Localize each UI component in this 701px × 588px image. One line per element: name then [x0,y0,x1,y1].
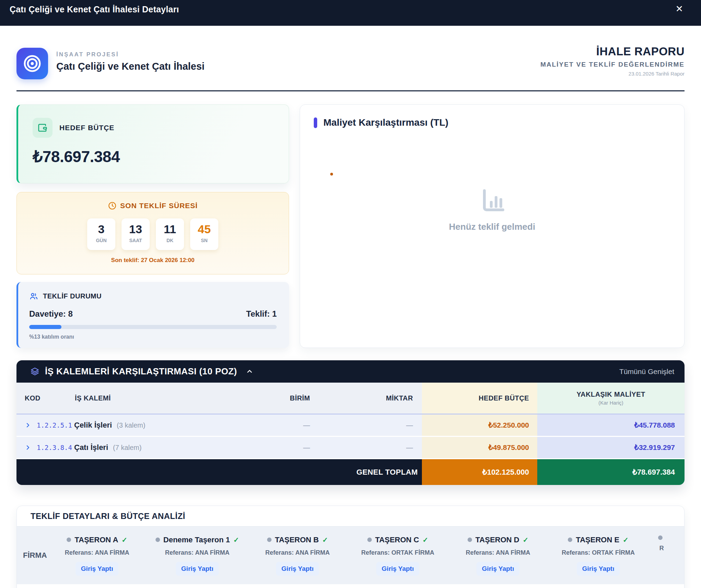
countdown-value: 13 [122,223,150,236]
firm-referans: Referans: ORTAK FİRMA [348,549,448,556]
row-yaklasik-value: ₺45.778.088 [537,415,685,436]
firm-column: TAŞERON B ✓ Referans: ANA FİRMA Giriş Ya… [248,535,348,576]
countdown-box: 45 SN [190,218,218,250]
deadline-note: Son teklif: 27 Ocak 2026 12:00 [17,257,289,264]
countdown-unit: SAAT [122,238,150,243]
row-code: 1.2.2.5.1 [37,421,71,429]
target-budget-card: HEDEF BÜTÇE ₺78.697.384 [16,104,289,183]
countdown-box: 13 SAAT [122,218,150,250]
offer-details-section: TEKLİF DETAYLARI & BÜTÇE ANALİZİ FİRMA T… [16,506,685,588]
countdown-box: 11 DK [156,218,184,250]
work-items-table: İŞ KALEMLERİ KARŞILAŞTIRMASI (10 POZ) Tü… [16,360,685,485]
table-title: İŞ KALEMLERİ KARŞILAŞTIRMASI (10 POZ) [45,366,237,377]
offer-status-card: TEKLİF DURUMU Davetiye: 8 Teklif: 1 %13 … [16,282,289,348]
check-icon: ✓ [623,536,629,544]
firm-column: Deneme Taşeron 1 ✓ Referans: ANA FİRMA G… [147,535,248,576]
col-yaklasik-sub: (Kar Hariç) [598,400,623,406]
chart-title: Maliyet Karşılaştırması (TL) [323,117,448,128]
check-icon: ✓ [322,536,328,544]
col-is-kalemi: İŞ KALEMİ [75,394,111,402]
firm-name: TAŞERON E [576,535,619,544]
offer-count: Teklif: 1 [246,309,277,319]
firm-dot-icon [367,538,372,542]
firm-dot-icon [267,538,272,542]
table-row[interactable]: 1.2.3.8.4 Çatı İşleri (7 kalem) — — ₺49.… [16,437,685,458]
firm-referans: R [648,545,685,552]
countdown-unit: SN [190,238,218,243]
firm-status-badge: Giriş Yaptı [577,562,620,576]
project-label: İNŞAAT PROJESİ [56,51,205,58]
firm-dot-icon [156,538,160,542]
wallet-icon [33,118,53,138]
modal-titlebar: Çatı Çeliği ve Kenet Çatı İhalesi Detayl… [0,0,701,26]
title-accent-bar [314,117,317,128]
table-column-headers: KOD İŞ KALEMİ BİRİM MİKTAR HEDEF BÜTÇE Y… [16,383,685,414]
firm-name: Deneme Taşeron 1 [163,535,230,544]
firm-row-label: FİRMA [23,551,47,560]
legend-dot [330,173,333,176]
table-row[interactable]: 1.2.2.5.1 Çelik İşleri (3 kalem) — — ₺52… [16,415,685,436]
users-icon [29,292,38,301]
row-miktar: — [319,415,422,436]
firm-column: TAŞERON E ✓ Referans: ORTAK FİRMA Giriş … [548,535,648,576]
firm-referans: Referans: ANA FİRMA [248,549,348,556]
row-birim: — [240,415,319,436]
grand-total-label: GENEL TOPLAM [16,459,422,485]
participation-rate: %13 katılım oranı [29,334,277,340]
col-birim: BİRİM [240,383,319,414]
firm-status-badge: Giriş Yaptı [476,562,520,576]
row-hedef-value: ₺49.875.000 [422,437,537,458]
project-logo [16,48,48,79]
target-budget-label: HEDEF BÜTÇE [59,124,114,132]
close-icon[interactable]: ✕ [675,4,683,14]
check-icon: ✓ [523,536,529,544]
countdown: 3 GÜN 13 SAAT 11 DK 45 SN [17,218,289,250]
firm-column-partial: R [648,535,685,576]
firm-status-badge: Giriş Yaptı [276,562,319,576]
col-hedef-butce: HEDEF BÜTÇE [422,383,537,414]
chevron-right-icon[interactable] [25,444,31,451]
report-header: İNŞAAT PROJESİ Çatı Çeliği ve Kenet Çatı… [16,48,685,79]
table-header-bar[interactable]: İŞ KALEMLERİ KARŞILAŞTIRMASI (10 POZ) Tü… [16,360,685,383]
firm-status-badge: Giriş Yaptı [76,562,119,576]
row-code: 1.2.3.8.4 [37,444,71,451]
countdown-value: 3 [87,223,115,236]
row-birim: — [240,437,319,458]
bar-chart-icon [314,189,670,213]
report-date: 23.01.2026 Tarihli Rapor [540,71,685,77]
row-yaklasik-value: ₺32.919.297 [537,437,685,458]
page-title: Çatı Çeliği ve Kenet Çatı İhalesi [56,61,205,72]
countdown-unit: DK [156,238,184,243]
row-miktar: — [319,437,422,458]
firm-referans: Referans: ANA FİRMA [448,549,548,556]
invite-count: Davetiye: 8 [29,309,73,319]
participation-progressbar [29,325,277,329]
firm-dot-icon [468,538,472,542]
deadline-card: SON TEKLİF SÜRESİ 3 GÜN 13 SAAT 11 DK 45… [16,192,289,274]
firm-status-badge: Giriş Yaptı [176,562,219,576]
firm-row: FİRMA TAŞERON A ✓ Referans: ANA FİRMA Gi… [17,527,684,584]
grand-total-yaklasik: ₺78.697.384 [537,459,685,485]
chevron-up-icon[interactable] [246,368,253,375]
firm-name: TAŞERON A [74,535,118,544]
firm-referans: Referans: ANA FİRMA [147,549,248,556]
deadline-label: SON TEKLİF SÜRESİ [120,202,198,210]
col-miktar: MİKTAR [319,383,422,414]
layers-icon [30,367,39,376]
firm-referans: Referans: ORTAK FİRMA [548,549,648,556]
check-icon: ✓ [423,536,428,544]
offer-status-label: TEKLİF DURUMU [43,292,102,300]
clock-icon [108,201,117,210]
col-yaklasik-maliyet: YAKLAŞIK MALİYET (Kar Hariç) [537,383,685,414]
expand-all-link[interactable]: Tümünü Genişlet [619,368,674,376]
col-kod: KOD [25,394,75,402]
countdown-unit: GÜN [87,238,115,243]
chart-empty-state: Henüz teklif gelmedi [314,189,670,232]
firm-dot-icon [658,535,663,540]
grand-total-row: GENEL TOPLAM ₺102.125.000 ₺78.697.384 [16,459,685,485]
report-title: İHALE RAPORU [540,45,685,58]
header-divider [16,90,685,91]
offer-details-title: TEKLİF DETAYLARI & BÜTÇE ANALİZİ [17,506,684,526]
chevron-right-icon[interactable] [25,422,31,428]
firm-name: TAŞERON D [475,535,519,544]
